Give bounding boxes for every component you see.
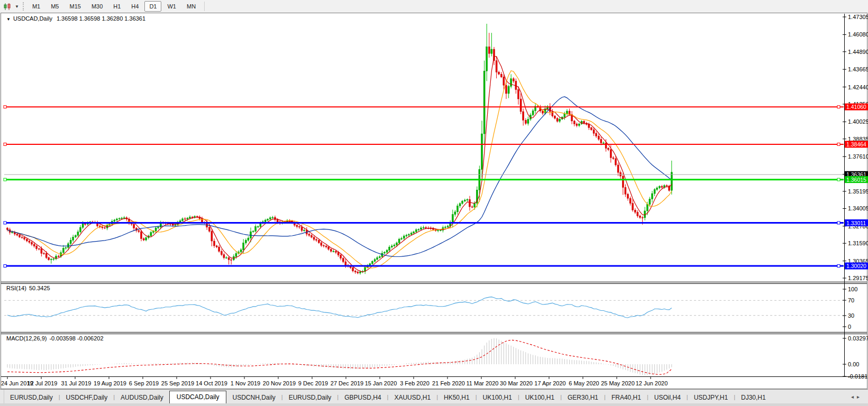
price-tick-label: 1.40025 — [848, 118, 868, 125]
date-tick-label: 20 Nov 2019 — [263, 380, 296, 386]
chart-tab-usoil-h4[interactable]: USOil,H4 — [648, 392, 687, 404]
date-tick-label: 9 Dec 2019 — [298, 380, 328, 386]
date-tick-label: 21 Feb 2020 — [432, 380, 465, 386]
chart-title: ▼USDCAD,Daily1.36598 1.36598 1.36280 1.3… — [6, 15, 145, 22]
svg-text:1.33011: 1.33011 — [846, 220, 866, 226]
timeframe-button-w1[interactable]: W1 — [162, 1, 181, 12]
chart-ohlc-values: 1.36598 1.36598 1.36280 1.36361 — [57, 15, 145, 22]
date-tick-label: 14 Oct 2019 — [196, 380, 227, 386]
chart-tab-usdjpy-h1[interactable]: USDJPY,H1 — [688, 392, 734, 404]
chart-tab-eurusd-daily[interactable]: EURUSD,Daily — [4, 392, 59, 404]
date-tick-label: 31 Jul 2019 — [61, 380, 92, 386]
date-tick-label: 25 May 2020 — [601, 380, 635, 386]
tab-scroll-left-icon[interactable]: ◂ — [851, 394, 857, 400]
chevron-down-icon[interactable]: ▼ — [15, 4, 19, 9]
price-tick-label: 1.42440 — [848, 84, 868, 90]
chart-symbol-label: USDCAD,Daily — [13, 15, 52, 22]
tabs-container: EURUSD,Daily|USDCHF,Daily|AUDUSD,DailyUS… — [4, 391, 772, 404]
collapse-triangle-icon[interactable]: ▼ — [6, 17, 11, 22]
candlestick-chart-icon[interactable] — [2, 2, 13, 11]
chart-tab-ger30-h1[interactable]: GER30,H1 — [562, 392, 604, 404]
tab-scroll-arrows[interactable]: ◂▸ — [851, 394, 863, 400]
hline-handle-right[interactable] — [837, 106, 840, 108]
chart-canvas[interactable]: 1.473051.460801.448901.436651.424401.412… — [0, 13, 868, 389]
hline-handle-right[interactable] — [837, 265, 840, 267]
svg-text:1.36015: 1.36015 — [846, 177, 866, 183]
rsi-label: RSI(14) — [6, 285, 26, 291]
chart-tab-gbpusd-h4[interactable]: GBPUSD,H4 — [339, 392, 387, 404]
chart-tab-dj30-h1[interactable]: DJ30,H1 — [735, 392, 772, 404]
chart-tab-audusd-daily[interactable]: AUDUSD,Daily — [115, 392, 169, 404]
timeframe-button-mn[interactable]: MN — [182, 1, 200, 12]
hline-handle-right[interactable] — [837, 143, 840, 145]
timeframe-button-m1[interactable]: M1 — [28, 1, 45, 12]
date-tick-label: 25 Sep 2019 — [161, 380, 194, 386]
timeframe-button-h1[interactable]: H1 — [108, 1, 125, 12]
rsi-value: 50.3425 — [29, 285, 50, 291]
hline-handle-left[interactable] — [4, 106, 6, 108]
timeframe-button-d1[interactable]: D1 — [144, 1, 161, 12]
macd-indicator-label: MACD(12,26,9)-0.003598 -0.006202 — [6, 335, 104, 342]
date-tick-label: 6 May 2020 — [569, 380, 599, 386]
toolbar-grip[interactable] — [23, 2, 24, 11]
rsi-tick-label: 70 — [848, 297, 854, 303]
svg-text:1.41060: 1.41060 — [846, 104, 866, 110]
chart-tab-uk100-h1[interactable]: UK100,H1 — [519, 392, 560, 404]
chart-tab-uk100-h1[interactable]: UK100,H1 — [477, 392, 518, 404]
hline-handle-right[interactable] — [837, 222, 840, 224]
macd-tick-label: -0.018154 — [848, 373, 868, 380]
tabbar-stub — [0, 390, 4, 404]
price-tick-label: 1.47305 — [848, 14, 868, 20]
date-tick-label: 27 Dec 2019 — [331, 380, 363, 386]
svg-text:1.30020: 1.30020 — [846, 263, 866, 269]
macd-tick-label: 0.032972 — [848, 335, 868, 342]
chart-tab-xauusd-h1[interactable]: XAUUSD,H1 — [388, 392, 436, 404]
price-tag-1.30020: 1.30020 — [845, 263, 868, 270]
price-tag-1.41060: 1.41060 — [845, 104, 868, 110]
timeframe-button-m15[interactable]: M15 — [65, 1, 85, 12]
price-tag-1.38464: 1.38464 — [845, 141, 868, 147]
chart-tab-usdcad-daily[interactable]: USDCAD,Daily — [169, 391, 227, 404]
hline-handle-left[interactable] — [4, 265, 6, 267]
date-tick-label: 17 Apr 2020 — [534, 380, 565, 386]
hline-handle-right[interactable] — [837, 178, 840, 181]
price-tag-1.36015: 1.36015 — [845, 176, 868, 183]
date-tick-label: 30 Mar 2020 — [500, 380, 533, 386]
date-tick-label: 1 Nov 2019 — [231, 380, 260, 386]
rsi-indicator-label: RSI(14)50.3425 — [6, 285, 50, 291]
top-toolbar: ▼ M1M5M15M30H1H4D1W1MN — [0, 0, 868, 13]
hline-handle-left[interactable] — [4, 222, 6, 224]
macd-label: MACD(12,26,9) — [6, 335, 47, 342]
timeframe-button-m30[interactable]: M30 — [87, 1, 107, 12]
date-tick-label: 19 Aug 2019 — [94, 380, 126, 386]
price-tick-label: 1.37610 — [848, 153, 868, 160]
price-tick-label: 1.35195 — [848, 188, 868, 195]
price-tick-label: 1.44890 — [848, 49, 868, 55]
date-tick-label: 11 Mar 2020 — [467, 380, 499, 386]
hline-handle-left[interactable] — [4, 178, 6, 181]
price-tick-label: 1.31590 — [848, 240, 868, 246]
price-tag-1.33011: 1.33011 — [845, 219, 868, 226]
chart-tab-usdcnh-daily[interactable]: USDCNH,Daily — [226, 392, 281, 404]
timeframe-button-h4[interactable]: H4 — [126, 1, 143, 12]
rsi-tick-label: 0 — [848, 324, 851, 330]
chart-tab-bar: EURUSD,Daily|USDCHF,Daily|AUDUSD,DailyUS… — [0, 389, 868, 404]
tab-scroll-right-icon[interactable]: ▸ — [857, 394, 863, 400]
hline-handle-left[interactable] — [4, 143, 6, 145]
timeframe-button-group: M1M5M15M30H1H4D1W1MN — [27, 1, 201, 12]
price-tick-label: 1.29175 — [848, 275, 868, 281]
timeframe-button-m5[interactable]: M5 — [46, 1, 63, 12]
chart-tab-fra40-h1[interactable]: FRA40,H1 — [606, 392, 647, 404]
macd-tick-label: 0.00 — [848, 361, 859, 367]
date-tick-label: 12 Jun 2020 — [636, 380, 668, 386]
chart-tab-usdchf-daily[interactable]: USDCHF,Daily — [60, 392, 114, 404]
chart-tab-hk50-h1[interactable]: HK50,H1 — [438, 392, 476, 404]
chart-tab-eurusd-daily[interactable]: EURUSD,Daily — [283, 392, 337, 404]
status-strip — [0, 403, 868, 406]
date-tick-label: 3 Feb 2020 — [400, 380, 430, 386]
date-tick-label: 6 Sep 2019 — [129, 380, 159, 386]
price-tick-label: 1.43665 — [848, 66, 868, 72]
date-tick-label: 12 Jul 2019 — [28, 380, 58, 386]
date-tick-label: 15 Jan 2020 — [365, 380, 397, 386]
rsi-tick-label: 100 — [848, 286, 857, 292]
